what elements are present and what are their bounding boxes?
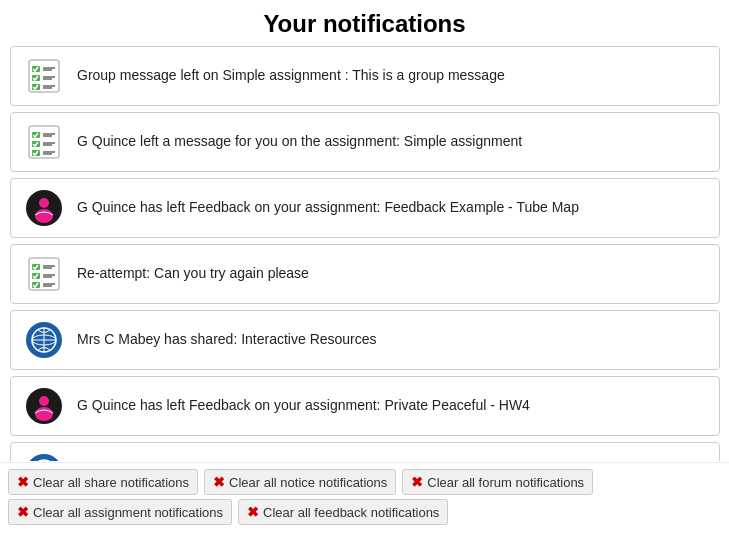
notification-text: G Quince has left Feedback on your assig… xyxy=(77,396,530,416)
notification-icon xyxy=(23,121,65,163)
notification-text: Re-attempt: Can you try again please xyxy=(77,264,309,284)
x-icon: ✖ xyxy=(17,504,29,520)
clear-feedback-button[interactable]: ✖Clear all feedback notifications xyxy=(238,499,448,525)
notification-icon xyxy=(23,385,65,427)
notification-item[interactable]: G Quince has shared: Example xyxy=(10,442,720,461)
notification-item[interactable]: G Quince has left Feedback on your assig… xyxy=(10,178,720,238)
svg-point-22 xyxy=(35,209,53,223)
notifications-list: Group message left on Simple assignment … xyxy=(10,46,720,461)
btn-label: Clear all forum notifications xyxy=(427,475,584,490)
x-icon: ✖ xyxy=(17,474,29,490)
clear-forum-button[interactable]: ✖Clear all forum notifications xyxy=(402,469,593,495)
btn-label: Clear all notice notifications xyxy=(229,475,387,490)
notification-text: Mrs C Mabey has shared: Interactive Reso… xyxy=(77,330,377,350)
notification-item[interactable]: G Quince has left Feedback on your assig… xyxy=(10,376,720,436)
btn-label: Clear all feedback notifications xyxy=(263,505,439,520)
svg-point-39 xyxy=(39,396,49,406)
footer-row-1: ✖Clear all share notifications✖Clear all… xyxy=(8,469,721,495)
footer-buttons: ✖Clear all share notifications✖Clear all… xyxy=(0,462,729,535)
notification-text: Group message left on Simple assignment … xyxy=(77,66,505,86)
notification-item[interactable]: Re-attempt: Can you try again please xyxy=(10,244,720,304)
notification-text: G Quince has left Feedback on your assig… xyxy=(77,198,579,218)
svg-point-21 xyxy=(39,198,49,208)
notification-icon xyxy=(23,319,65,361)
notification-text: G Quince left a message for you on the a… xyxy=(77,132,522,152)
notification-icon xyxy=(23,253,65,295)
page-title: Your notifications xyxy=(0,0,729,46)
x-icon: ✖ xyxy=(411,474,423,490)
x-icon: ✖ xyxy=(213,474,225,490)
clear-share-button[interactable]: ✖Clear all share notifications xyxy=(8,469,198,495)
notification-item[interactable]: Group message left on Simple assignment … xyxy=(10,46,720,106)
btn-label: Clear all share notifications xyxy=(33,475,189,490)
clear-notice-button[interactable]: ✖Clear all notice notifications xyxy=(204,469,396,495)
notification-icon xyxy=(23,187,65,229)
x-icon: ✖ xyxy=(247,504,259,520)
notification-icon xyxy=(23,451,65,461)
notification-item[interactable]: G Quince left a message for you on the a… xyxy=(10,112,720,172)
svg-point-40 xyxy=(35,407,53,421)
notification-icon xyxy=(23,55,65,97)
notification-item[interactable]: Mrs C Mabey has shared: Interactive Reso… xyxy=(10,310,720,370)
footer-row-2: ✖Clear all assignment notifications✖Clea… xyxy=(8,499,721,525)
clear-assignment-button[interactable]: ✖Clear all assignment notifications xyxy=(8,499,232,525)
btn-label: Clear all assignment notifications xyxy=(33,505,223,520)
